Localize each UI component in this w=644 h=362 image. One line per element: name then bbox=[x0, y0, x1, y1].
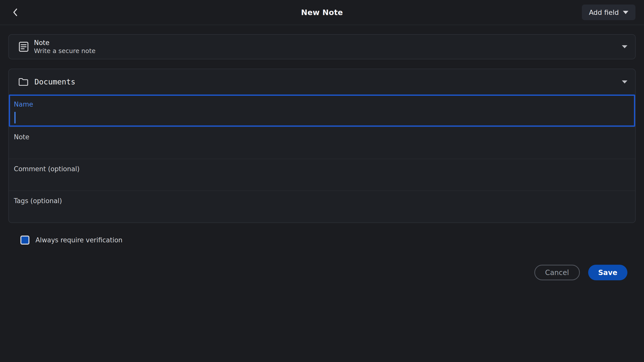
text-cursor bbox=[14, 112, 16, 123]
tags-field[interactable]: Tags (optional) bbox=[9, 191, 635, 222]
always-require-verification-toggle[interactable]: Always require verification bbox=[20, 236, 123, 245]
cancel-button[interactable]: Cancel bbox=[534, 265, 580, 280]
save-button[interactable]: Save bbox=[588, 265, 627, 280]
vault-selector[interactable]: Documents bbox=[9, 69, 635, 95]
note-field-label: Note bbox=[14, 133, 630, 141]
name-field-label: Name bbox=[14, 101, 630, 108]
note-type-text: Note Write a secure note bbox=[34, 39, 96, 54]
name-field[interactable]: Name bbox=[9, 95, 635, 127]
page-title: New Note bbox=[301, 8, 343, 17]
main-content: Note Write a secure note Documents Name … bbox=[0, 34, 644, 280]
verification-label: Always require verification bbox=[35, 236, 123, 244]
comment-field-label: Comment (optional) bbox=[14, 165, 630, 173]
checkbox-icon[interactable] bbox=[20, 236, 29, 245]
chevron-left-icon bbox=[12, 8, 18, 17]
note-type-title: Note bbox=[34, 39, 96, 47]
top-bar: New Note Add field bbox=[0, 0, 644, 25]
chevron-down-icon bbox=[622, 45, 628, 49]
folder-icon bbox=[18, 78, 28, 86]
tags-field-label: Tags (optional) bbox=[14, 197, 630, 205]
caret-down-icon bbox=[623, 11, 628, 14]
vault-name: Documents bbox=[34, 77, 75, 86]
note-icon bbox=[19, 41, 28, 52]
note-type-selector[interactable]: Note Write a secure note bbox=[8, 34, 636, 59]
add-field-button[interactable]: Add field bbox=[582, 5, 635, 20]
note-type-subtitle: Write a secure note bbox=[34, 48, 96, 55]
add-field-label: Add field bbox=[589, 9, 619, 16]
action-bar: Cancel Save bbox=[8, 265, 627, 280]
note-form-card: Documents Name Note Comment (optional) T… bbox=[8, 69, 636, 223]
back-button[interactable] bbox=[9, 6, 22, 19]
note-field[interactable]: Note bbox=[9, 127, 635, 159]
comment-field[interactable]: Comment (optional) bbox=[9, 159, 635, 191]
chevron-down-icon bbox=[622, 80, 628, 84]
